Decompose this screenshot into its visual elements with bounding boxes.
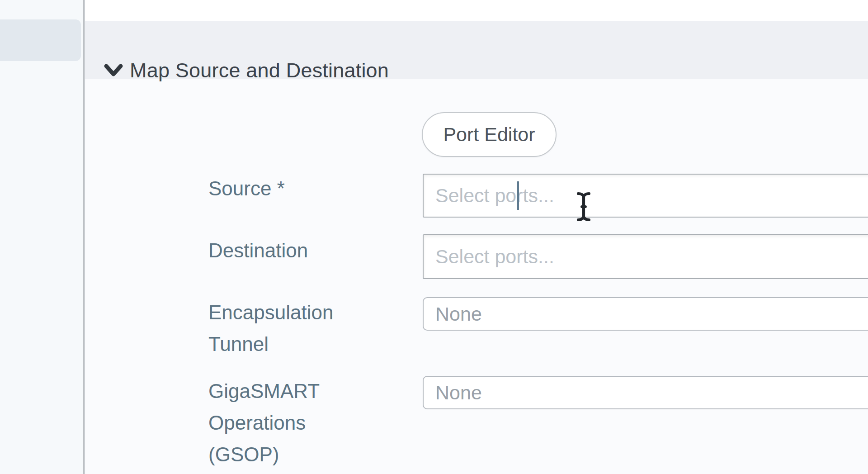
sidebar — [0, 0, 83, 474]
destination-label: Destination — [208, 235, 344, 266]
encapsulation-tunnel-select[interactable] — [423, 297, 868, 331]
top-strip — [85, 0, 868, 21]
port-editor-button[interactable]: Port Editor — [422, 112, 557, 157]
chevron-down-icon[interactable] — [104, 64, 123, 77]
source-label: Source * — [208, 173, 344, 204]
sidebar-item-selected[interactable] — [0, 19, 81, 61]
section-header-map-source-destination[interactable]: Map Source and Destination — [85, 21, 868, 79]
map-configuration-page: Map Source and Destination Port Editor S… — [0, 0, 868, 474]
gsop-label: GigaSMART Operations (GSOP) — [208, 375, 344, 470]
gsop-select[interactable] — [423, 376, 868, 409]
encapsulation-tunnel-label: Encapsulation Tunnel — [208, 297, 344, 360]
main-panel: Map Source and Destination Port Editor S… — [85, 0, 868, 474]
source-ports-input[interactable] — [423, 174, 868, 218]
text-caret — [517, 181, 519, 210]
destination-ports-input[interactable] — [423, 234, 868, 279]
section-title: Map Source and Destination — [130, 59, 389, 82]
